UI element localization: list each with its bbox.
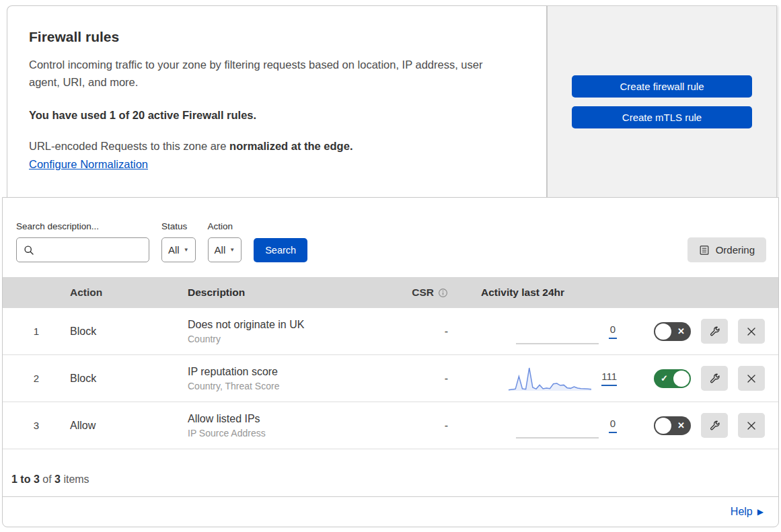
- search-icon: [24, 245, 34, 256]
- description-column-header: Description: [188, 287, 408, 299]
- rule-enabled-toggle[interactable]: ✕: [654, 322, 691, 341]
- actions-panel: Create firewall rule Create mTLS rule: [547, 5, 777, 197]
- action-field: Action All ▼: [208, 221, 242, 262]
- create-mtls-rule-button[interactable]: Create mTLS rule: [572, 106, 752, 128]
- create-firewall-rule-button[interactable]: Create firewall rule: [572, 75, 752, 98]
- search-button[interactable]: Search: [254, 238, 307, 262]
- rule-priority: 2: [3, 373, 70, 384]
- normalization-text: URL-encoded Requests to this zone are: [29, 140, 229, 152]
- activity-count-link[interactable]: 0: [609, 324, 617, 339]
- page-description: Control incoming traffic to your zone by…: [29, 56, 507, 91]
- configure-normalization-link[interactable]: Configure Normalization: [29, 158, 148, 171]
- delete-rule-button[interactable]: [738, 366, 765, 391]
- rule-csr: -: [408, 420, 479, 432]
- toggle-knob: [655, 418, 671, 434]
- rule-description: Does not originate in UK: [188, 319, 408, 331]
- chevron-down-icon: ▼: [229, 247, 235, 253]
- rule-description-cell: IP reputation score Country, Threat Scor…: [188, 366, 408, 391]
- rule-priority: 1: [3, 326, 70, 337]
- rule-criteria: Country: [188, 334, 408, 344]
- edit-rule-button[interactable]: [701, 413, 728, 438]
- arrow-right-icon: ▶: [757, 507, 764, 517]
- rule-activity-cell: 0: [479, 412, 634, 439]
- activity-count-link[interactable]: 0: [609, 418, 617, 433]
- rule-criteria: IP Source Address: [188, 428, 408, 439]
- items-total: 3: [54, 473, 61, 485]
- rule-criteria: Country, Threat Score: [188, 381, 408, 391]
- activity-sparkline: [508, 365, 592, 392]
- rule-action: Block: [70, 373, 188, 385]
- table-row: 3 Allow Allow listed IPs IP Source Addre…: [3, 402, 778, 449]
- search-field: Search description...: [16, 221, 149, 262]
- ordering-button[interactable]: Ordering: [687, 237, 766, 262]
- filter-bar: Search description... Status All ▼ Actio…: [3, 198, 778, 277]
- status-dropdown[interactable]: All ▼: [161, 237, 196, 262]
- rule-action: Allow: [70, 420, 188, 432]
- normalization-note: URL-encoded Requests to this zone are no…: [29, 140, 519, 153]
- status-field-label: Status: [161, 221, 196, 231]
- toggle-state-icon: ✕: [677, 322, 685, 341]
- activity-count-link[interactable]: 111: [601, 371, 617, 386]
- wrench-icon: [709, 326, 720, 337]
- normalization-bold-text: normalized at the edge.: [229, 140, 352, 152]
- edit-rule-button[interactable]: [701, 366, 728, 391]
- help-link-label: Help: [731, 506, 753, 518]
- rule-enabled-toggle[interactable]: ✓: [654, 369, 691, 388]
- rule-controls: ✕: [634, 413, 778, 438]
- rule-controls: ✕: [634, 319, 778, 344]
- search-box[interactable]: [16, 237, 149, 262]
- action-dropdown-value: All: [215, 244, 226, 256]
- toggle-knob: [673, 371, 690, 387]
- table-header: Action Description CSR Activity last 24h…: [3, 277, 778, 308]
- rule-activity-cell: 0: [479, 318, 634, 345]
- csr-column-header: CSR: [408, 287, 479, 299]
- ordering-button-label: Ordering: [716, 244, 755, 256]
- rules-list-card: Search description... Status All ▼ Actio…: [2, 197, 779, 527]
- toggle-knob: [655, 324, 671, 340]
- csr-column-label: CSR: [412, 287, 434, 299]
- wrench-icon: [709, 420, 720, 431]
- rule-csr: -: [408, 373, 479, 385]
- info-icon[interactable]: [438, 288, 448, 298]
- action-field-label: Action: [208, 221, 242, 231]
- close-icon: [746, 326, 757, 337]
- rule-action: Block: [70, 326, 188, 338]
- rule-activity-cell: 111: [479, 365, 634, 392]
- activity-column-header: Activity last 24hr: [479, 287, 634, 299]
- delete-rule-button[interactable]: [738, 413, 765, 438]
- toggle-state-icon: ✕: [677, 416, 685, 435]
- intro-card: Firewall rules Control incoming traffic …: [7, 5, 547, 197]
- activity-sparkline: [515, 318, 599, 345]
- ordering-list-icon: [699, 245, 710, 256]
- chevron-down-icon: ▼: [184, 247, 189, 253]
- activity-sparkline: [515, 412, 599, 439]
- rule-description-cell: Allow listed IPs IP Source Address: [188, 413, 408, 439]
- status-dropdown-value: All: [168, 244, 180, 256]
- rule-csr: -: [408, 326, 479, 338]
- action-dropdown[interactable]: All ▼: [208, 237, 242, 262]
- header-section: Firewall rules Control incoming traffic …: [7, 5, 777, 197]
- search-field-label: Search description...: [16, 221, 149, 231]
- rule-description-cell: Does not originate in UK Country: [188, 319, 408, 344]
- action-column-header: Action: [70, 287, 188, 299]
- table-row: 2 Block IP reputation score Country, Thr…: [3, 355, 778, 402]
- wrench-icon: [709, 373, 720, 384]
- rule-description: IP reputation score: [188, 366, 408, 378]
- usage-summary: You have used 1 of 20 active Firewall ru…: [29, 109, 519, 122]
- help-link[interactable]: Help ▶: [731, 506, 764, 518]
- items-summary: 1 to 3 of 3 items: [3, 449, 778, 496]
- delete-rule-button[interactable]: [738, 319, 765, 344]
- close-icon: [746, 373, 757, 384]
- page-title: Firewall rules: [29, 29, 519, 45]
- items-range: 1 to 3: [11, 473, 40, 485]
- firewall-rules-page: Firewall rules Control incoming traffic …: [0, 0, 781, 532]
- table-row: 1 Block Does not originate in UK Country…: [3, 308, 778, 355]
- rule-enabled-toggle[interactable]: ✕: [654, 416, 691, 435]
- toggle-state-icon: ✓: [661, 369, 668, 388]
- close-icon: [746, 420, 757, 431]
- items-of: of: [40, 473, 54, 485]
- rule-controls: ✓: [634, 366, 778, 391]
- items-suffix: items: [61, 473, 89, 485]
- edit-rule-button[interactable]: [701, 319, 728, 344]
- search-input[interactable]: [40, 238, 161, 262]
